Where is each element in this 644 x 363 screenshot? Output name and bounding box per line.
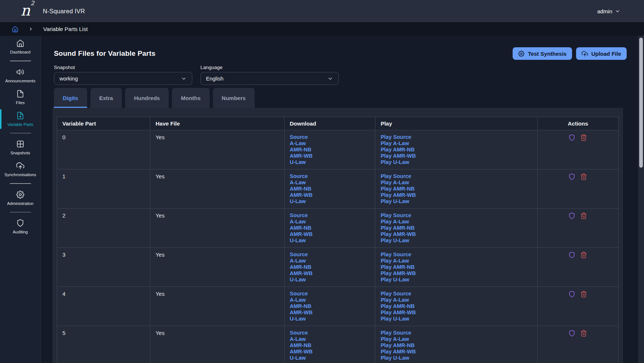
variable-part-cell: 2: [57, 209, 150, 248]
home-icon[interactable]: [12, 26, 18, 32]
play-link-play-a-law[interactable]: Play A-Law: [380, 297, 532, 303]
shield-action-icon[interactable]: [568, 291, 575, 298]
play-link-play-u-law[interactable]: Play U-Law: [380, 198, 532, 205]
download-link-amr-wb[interactable]: AMR-WB: [290, 153, 370, 159]
scrollbar-track[interactable]: [638, 36, 644, 363]
play-link-play-amr-wb[interactable]: Play AMR-WB: [380, 309, 532, 316]
play-link-play-a-law[interactable]: Play A-Law: [380, 258, 532, 264]
tab-digits[interactable]: Digits: [54, 88, 87, 108]
download-link-amr-nb[interactable]: AMR-NB: [290, 342, 370, 349]
play-link-play-a-law[interactable]: Play A-Law: [380, 140, 532, 147]
play-link-play-u-law[interactable]: Play U-Law: [380, 316, 532, 322]
sidebar-item-variable-parts[interactable]: Variable Parts: [0, 108, 41, 130]
play-link-play-source[interactable]: Play Source: [380, 291, 532, 297]
tab-hundreds[interactable]: Hundreds: [125, 88, 169, 108]
sidebar-item-synchronisations[interactable]: Synchronisations: [0, 158, 41, 180]
chevron-down-icon: [615, 8, 620, 14]
variable-part-cell: 5: [57, 326, 150, 363]
speaker-icon: [16, 68, 24, 76]
play-link-play-amr-nb[interactable]: Play AMR-NB: [380, 186, 532, 192]
download-link-amr-wb[interactable]: AMR-WB: [290, 270, 370, 277]
tab-numbers[interactable]: Numbers: [213, 88, 255, 108]
download-cell: SourceA-LawAMR-NBAMR-WBU-Law: [285, 209, 375, 248]
download-link-a-law[interactable]: A-Law: [290, 140, 370, 147]
test-synthesis-button[interactable]: Test Synthesis: [513, 47, 572, 60]
shield-action-icon[interactable]: [568, 212, 575, 219]
sidebar-item-files[interactable]: Files: [0, 86, 41, 108]
scrollbar-thumb[interactable]: [639, 38, 643, 168]
download-link-amr-wb[interactable]: AMR-WB: [290, 192, 370, 198]
play-link-play-amr-nb[interactable]: Play AMR-NB: [380, 225, 532, 231]
play-link-play-amr-wb[interactable]: Play AMR-WB: [380, 231, 532, 237]
snapshot-select[interactable]: working: [54, 72, 192, 85]
download-link-u-law[interactable]: U-Law: [290, 198, 370, 205]
download-link-u-law[interactable]: U-Law: [290, 159, 370, 165]
download-link-source[interactable]: Source: [290, 173, 370, 179]
trash-action-icon[interactable]: [580, 330, 587, 337]
play-link-play-amr-nb[interactable]: Play AMR-NB: [380, 342, 532, 349]
tab-extra[interactable]: Extra: [90, 88, 122, 108]
play-link-play-source[interactable]: Play Source: [380, 251, 532, 258]
play-link-play-source[interactable]: Play Source: [380, 134, 532, 140]
play-link-play-a-law[interactable]: Play A-Law: [380, 336, 532, 342]
download-link-amr-wb[interactable]: AMR-WB: [290, 349, 370, 355]
language-select[interactable]: English: [200, 72, 339, 85]
download-link-amr-wb[interactable]: AMR-WB: [290, 231, 370, 237]
play-link-play-source[interactable]: Play Source: [380, 212, 532, 219]
play-link-play-amr-nb[interactable]: Play AMR-NB: [380, 303, 532, 309]
play-link-play-u-law[interactable]: Play U-Law: [380, 237, 532, 244]
sidebar-item-auditing[interactable]: Auditing: [0, 216, 41, 237]
shield-action-icon[interactable]: [568, 251, 575, 258]
download-link-a-law[interactable]: A-Law: [290, 336, 370, 342]
sidebar-item-dashboard[interactable]: Dashboard: [0, 36, 41, 58]
sidebar-item-label: Synchronisations: [4, 172, 36, 177]
download-link-source[interactable]: Source: [290, 251, 370, 258]
trash-action-icon[interactable]: [580, 134, 587, 141]
download-link-amr-nb[interactable]: AMR-NB: [290, 186, 370, 192]
sidebar-item-announcements[interactable]: Announcements: [0, 65, 41, 86]
download-link-a-law[interactable]: A-Law: [290, 297, 370, 303]
download-link-source[interactable]: Source: [290, 134, 370, 140]
shield-action-icon[interactable]: [568, 330, 575, 337]
download-link-amr-nb[interactable]: AMR-NB: [290, 264, 370, 270]
play-link-play-source[interactable]: Play Source: [380, 330, 532, 336]
download-link-amr-nb[interactable]: AMR-NB: [290, 225, 370, 231]
sidebar-item-snapshots[interactable]: Snapshots: [0, 137, 41, 158]
table-row: 4YesSourceA-LawAMR-NBAMR-WBU-LawPlay Sou…: [57, 287, 619, 326]
trash-action-icon[interactable]: [580, 212, 587, 219]
download-link-source[interactable]: Source: [290, 291, 370, 297]
download-link-source[interactable]: Source: [290, 330, 370, 336]
download-link-u-law[interactable]: U-Law: [290, 355, 370, 361]
download-link-u-law[interactable]: U-Law: [290, 277, 370, 283]
sidebar-item-administration[interactable]: Administration: [0, 187, 41, 209]
download-link-amr-wb[interactable]: AMR-WB: [290, 309, 370, 316]
play-link-play-amr-nb[interactable]: Play AMR-NB: [380, 147, 532, 153]
play-link-play-a-law[interactable]: Play A-Law: [380, 219, 532, 225]
download-link-a-law[interactable]: A-Law: [290, 179, 370, 186]
play-link-play-amr-nb[interactable]: Play AMR-NB: [380, 264, 532, 270]
tab-months[interactable]: Months: [172, 88, 209, 108]
user-menu[interactable]: admin: [597, 8, 620, 14]
play-link-play-amr-wb[interactable]: Play AMR-WB: [380, 153, 532, 159]
upload-file-button[interactable]: Upload File: [576, 47, 627, 60]
play-link-play-a-law[interactable]: Play A-Law: [380, 179, 532, 186]
download-link-amr-nb[interactable]: AMR-NB: [290, 147, 370, 153]
play-link-play-amr-wb[interactable]: Play AMR-WB: [380, 349, 532, 355]
download-link-u-law[interactable]: U-Law: [290, 316, 370, 322]
trash-action-icon[interactable]: [580, 173, 587, 180]
shield-action-icon[interactable]: [568, 134, 575, 141]
download-link-a-law[interactable]: A-Law: [290, 258, 370, 264]
download-link-amr-nb[interactable]: AMR-NB: [290, 303, 370, 309]
shield-action-icon[interactable]: [568, 173, 575, 180]
play-link-play-source[interactable]: Play Source: [380, 173, 532, 179]
trash-action-icon[interactable]: [580, 251, 587, 258]
play-link-play-u-law[interactable]: Play U-Law: [380, 355, 532, 361]
trash-action-icon[interactable]: [580, 291, 587, 298]
play-link-play-amr-wb[interactable]: Play AMR-WB: [380, 192, 532, 198]
play-link-play-u-law[interactable]: Play U-Law: [380, 277, 532, 283]
play-link-play-u-law[interactable]: Play U-Law: [380, 159, 532, 165]
download-link-source[interactable]: Source: [290, 212, 370, 219]
download-link-a-law[interactable]: A-Law: [290, 219, 370, 225]
play-link-play-amr-wb[interactable]: Play AMR-WB: [380, 270, 532, 277]
download-link-u-law[interactable]: U-Law: [290, 237, 370, 244]
